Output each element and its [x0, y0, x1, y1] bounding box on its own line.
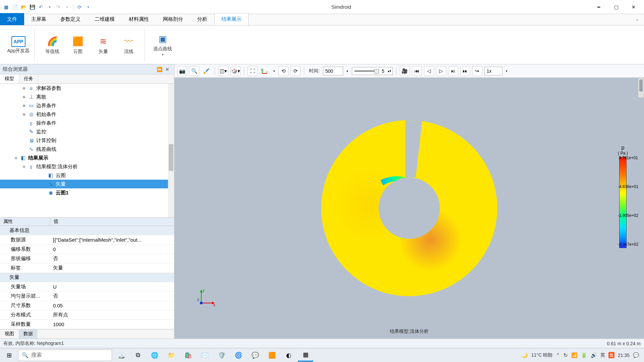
speed-input[interactable]: [484, 67, 502, 75]
props-row[interactable]: 矢量场U: [0, 282, 174, 292]
tab-parameters[interactable]: 参数定义: [53, 13, 88, 25]
task-view-button[interactable]: ⧉: [130, 349, 146, 362]
tree-item[interactable]: ⊕▭边界条件: [0, 101, 174, 110]
tab-2d-model[interactable]: 二维建模: [88, 13, 122, 25]
app-developer-button[interactable]: APP App开发器: [7, 29, 30, 61]
last-frame-button[interactable]: ⏭: [460, 66, 470, 76]
tree-item[interactable]: ✎监控: [0, 127, 174, 136]
contour-button[interactable]: 🌈等值线: [41, 29, 64, 61]
browser-close-icon[interactable]: ✕: [163, 67, 171, 72]
redo-icon[interactable]: ↷: [54, 3, 62, 11]
close-button[interactable]: ✕: [626, 2, 641, 12]
loop-button[interactable]: ↪: [472, 66, 482, 76]
model-tree[interactable]: ⊕≡求解器参数⊕⊥离散⊕▭边界条件⊕◎初始条件⫿操作条件✎监控🖥计算控制∿残差曲…: [0, 84, 174, 217]
maximize-button[interactable]: ▢: [608, 2, 624, 12]
refresh-icon[interactable]: ⟳: [75, 3, 84, 11]
battery-icon[interactable]: 🔋: [581, 352, 587, 358]
first-frame-button[interactable]: ⏮: [412, 66, 422, 76]
tab-material[interactable]: 材料属性: [122, 13, 156, 25]
record-button[interactable]: 🎥: [400, 66, 410, 76]
tab-mesh[interactable]: 网格剖分: [156, 13, 190, 25]
edge-icon[interactable]: 🌐: [147, 349, 162, 362]
prop-value[interactable]: 所有点: [50, 311, 174, 319]
tree-item[interactable]: ∿残差曲线: [0, 145, 174, 154]
prop-value[interactable]: 1000: [50, 320, 174, 328]
ime-indicator[interactable]: 英: [600, 352, 605, 358]
expand-icon[interactable]: ⊕: [21, 112, 26, 117]
tree-scrollbar[interactable]: [168, 84, 174, 217]
tree-item[interactable]: ⊖◧结果展示: [0, 154, 174, 162]
app-icon-1[interactable]: ◐: [281, 349, 297, 362]
tree-item[interactable]: ◉云图1: [0, 188, 174, 197]
tree-item[interactable]: ↘矢量: [0, 180, 174, 188]
explorer-icon[interactable]: 📁: [164, 349, 179, 362]
app-logo-icon[interactable]: ▦: [2, 3, 10, 11]
scenery-icon[interactable]: 🏔️: [113, 349, 129, 362]
office-icon[interactable]: 🟧: [264, 349, 280, 362]
time-slider[interactable]: 5 ▴▾: [352, 67, 393, 75]
weather-icon[interactable]: 🌙: [522, 352, 528, 358]
subtab-model[interactable]: 模型: [0, 74, 19, 83]
prop-value[interactable]: 矢量: [50, 264, 174, 272]
expand-icon[interactable]: ⊖: [21, 165, 26, 169]
props-row[interactable]: 尺寸系数0.05: [0, 301, 174, 310]
expand-icon[interactable]: ⊕: [21, 104, 26, 108]
next-frame-button[interactable]: ⏯: [448, 66, 458, 76]
volume-icon[interactable]: 🔊: [591, 352, 597, 358]
expand-icon[interactable]: ⊕: [21, 86, 26, 90]
axes-button[interactable]: yx: [260, 66, 270, 76]
color-cube-button[interactable]: 🎲▾: [230, 66, 240, 76]
streamline-button[interactable]: 〰流线: [117, 29, 141, 61]
new-icon[interactable]: 📄: [11, 3, 19, 11]
tab-home[interactable]: 主屏幕: [24, 13, 53, 25]
expand-icon[interactable]: ⊕: [21, 95, 26, 99]
tree-item[interactable]: ◧云图: [0, 171, 174, 180]
tree-item[interactable]: ⊕≡求解器参数: [0, 84, 174, 93]
prop-value[interactable]: 0.05: [50, 302, 174, 309]
clock[interactable]: 21:35: [618, 353, 630, 358]
weather-text[interactable]: 11°C 晴朗: [531, 352, 552, 358]
prop-value[interactable]: 否: [50, 292, 174, 300]
props-row[interactable]: 采样数量1000: [0, 320, 174, 329]
mail-icon[interactable]: ✉️: [197, 349, 213, 362]
refresh-dropdown-icon[interactable]: ▾: [84, 3, 92, 11]
tree-item[interactable]: ⊖⫿结果模型:流体分析: [0, 162, 174, 171]
point-curve-button[interactable]: ▣选点曲线▾: [151, 29, 174, 61]
axes-dropdown-icon[interactable]: ▾: [272, 66, 276, 76]
props-row[interactable]: 形状偏移否: [0, 254, 174, 263]
prop-value[interactable]: U: [50, 283, 174, 291]
bottom-tab-view[interactable]: 视图: [0, 329, 19, 339]
props-row[interactable]: 偏移系数0: [0, 245, 174, 254]
sync-icon[interactable]: ↻: [564, 352, 568, 358]
view-cube-button[interactable]: ◫▾: [218, 66, 228, 76]
browser-expand-icon[interactable]: ⏩: [155, 67, 163, 72]
expand-icon[interactable]: ⊖: [13, 156, 18, 160]
wifi-icon[interactable]: 📶: [571, 352, 578, 358]
undo-icon[interactable]: ↶: [37, 3, 45, 11]
open-icon[interactable]: 📂: [19, 3, 28, 11]
chevron-up-icon[interactable]: ⌃: [556, 352, 560, 358]
wechat-icon[interactable]: 💬: [248, 349, 263, 362]
redo-dropdown-icon[interactable]: ▾: [63, 3, 71, 11]
sogou-ime-icon[interactable]: S: [608, 352, 614, 358]
vector-button[interactable]: ≋矢量: [92, 29, 115, 61]
rotate-ccw-button[interactable]: ⟲: [278, 66, 288, 76]
tree-item[interactable]: 🖥计算控制: [0, 136, 174, 145]
props-row[interactable]: 标签矢量: [0, 263, 174, 273]
props-row[interactable]: 分布模式所有点: [0, 310, 174, 320]
tab-analysis[interactable]: 分析: [190, 13, 214, 25]
clear-button[interactable]: 🖌️: [201, 66, 211, 76]
start-button[interactable]: ⊞: [1, 349, 17, 362]
tree-item[interactable]: ⊕◎初始条件: [0, 110, 174, 119]
security-icon[interactable]: 🛡️: [214, 349, 229, 362]
props-row[interactable]: 均匀显示箭...否: [0, 292, 174, 301]
slider-track[interactable]: [354, 70, 378, 72]
prev-frame-button[interactable]: ◁: [424, 66, 434, 76]
prop-value[interactable]: 否: [50, 254, 174, 263]
zoom-fit-button[interactable]: 🔍: [189, 66, 199, 76]
speed-dropdown-icon[interactable]: ▾: [504, 66, 509, 76]
bottom-tab-data[interactable]: 数据: [19, 329, 38, 339]
prop-value[interactable]: [{"DataSet":["internalMesh","inlet","out…: [50, 236, 174, 244]
collapse-ribbon-icon[interactable]: ⌃: [631, 17, 644, 25]
time-dropdown-icon[interactable]: ▾: [345, 66, 350, 76]
